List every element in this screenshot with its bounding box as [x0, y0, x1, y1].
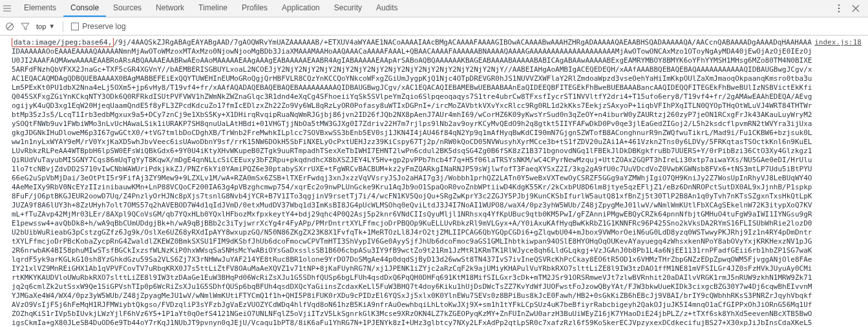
devtools-tab-bar: Elements Console Sources Network Timelin… — [0, 0, 868, 17]
console-output: data:image/jpeg;base64,/9j/4AAQSkZJRgABA… — [0, 36, 868, 327]
close-icon[interactable] — [851, 4, 860, 13]
preserve-log-toggle[interactable]: Preserve log — [71, 22, 125, 31]
tab-network[interactable]: Network — [149, 0, 191, 17]
console-message-row: data:image/jpeg;base64,/9j/4AAQSkZJRgABA… — [4, 38, 864, 327]
console-toolbar: top ▼ Preserve log — [0, 17, 868, 36]
tab-sources[interactable]: Sources — [106, 0, 149, 17]
svg-point-0 — [838, 5, 840, 6]
tabs: Elements Console Sources Network Timelin… — [17, 0, 405, 17]
preserve-log-checkbox[interactable] — [71, 23, 79, 30]
tab-timeline[interactable]: Timeline — [191, 0, 235, 17]
tab-security[interactable]: Security — [327, 0, 369, 17]
data-url-prefix: data:image/jpeg;base64, — [12, 38, 114, 47]
toolbar-separator — [63, 21, 63, 32]
top-right-icons — [834, 4, 865, 13]
data-url-body: /9j/4AAQSkZJRgABAgEAYABgAAD/7gAOQWRvYmUA… — [12, 38, 812, 327]
svg-point-1 — [838, 8, 840, 10]
filter-icon[interactable] — [21, 22, 30, 31]
console-message-text: data:image/jpeg;base64,/9j/4AAQSkZJRgABA… — [4, 38, 814, 327]
chevron-down-icon: ▼ — [48, 23, 55, 30]
tab-elements[interactable]: Elements — [17, 0, 63, 17]
tab-console[interactable]: Console — [63, 0, 106, 17]
tab-audits[interactable]: Audits — [369, 0, 405, 17]
tab-profiles[interactable]: Profiles — [235, 0, 275, 17]
svg-line-4 — [7, 24, 12, 29]
message-source-link[interactable]: index.js:18 — [814, 38, 864, 47]
context-selector-label: top — [36, 23, 46, 30]
hamburger-icon[interactable] — [3, 4, 12, 13]
tab-application[interactable]: Application — [275, 0, 327, 17]
preserve-log-label: Preserve log — [82, 22, 125, 31]
context-selector[interactable]: top ▼ — [36, 23, 55, 30]
svg-point-2 — [838, 11, 840, 13]
clear-console-icon[interactable] — [5, 22, 14, 31]
kebab-menu-icon[interactable] — [834, 4, 843, 13]
